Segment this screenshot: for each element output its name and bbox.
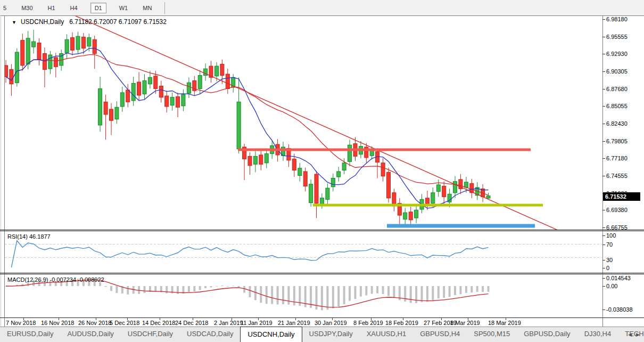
indicator-axis-label: 100 xyxy=(606,232,616,239)
tab-usdcnh-daily[interactable]: USDCNH,Daily xyxy=(240,327,302,342)
timeframe-button-mn[interactable]: MN xyxy=(141,3,154,13)
date-axis-label: 21 Jan 2019 xyxy=(278,320,310,326)
indicator-axis-tick xyxy=(602,310,605,310)
timeframe-toolbar: 5M30H1H4D1W1MN xyxy=(0,0,644,15)
date-axis-label: 24 Dec 2018 xyxy=(175,320,208,326)
price-axis-label: 6.87680 xyxy=(606,86,628,92)
indicator-axis-tick xyxy=(602,260,605,260)
date-axis: 7 Nov 201816 Nov 201826 Nov 20185 Dec 20… xyxy=(5,318,602,327)
tab-usdchf-daily[interactable]: USDCHF,Daily xyxy=(121,327,180,342)
ma-fast-line xyxy=(6,48,489,208)
price-axis-label: 6.98180 xyxy=(606,16,628,22)
splitter-main-rsi[interactable] xyxy=(0,230,644,230)
date-axis-label: 5 Dec 2018 xyxy=(110,320,139,326)
indicator-axis-label: 0.014543 xyxy=(606,275,631,281)
price-axis-tick xyxy=(602,71,605,72)
date-axis-label: 11 Jan 2019 xyxy=(241,320,273,326)
price-axis-label: 6.85055 xyxy=(606,103,628,109)
price-axis-border xyxy=(602,15,603,327)
chart-title: ▼USDCNH,Daily6.71182 6.72007 6.71097 6.7… xyxy=(12,18,167,26)
toolbar-separator xyxy=(164,2,165,14)
price-axis-tick xyxy=(602,54,605,54)
candles xyxy=(5,30,490,227)
price-axis-tick xyxy=(602,19,605,20)
symbol-title: USDCNH,Daily xyxy=(21,18,64,26)
tab-scroll-controls: ◀▶ xyxy=(626,327,642,342)
chevron-down-icon[interactable]: ▼ xyxy=(12,20,16,25)
indicator-axis-label: 30 xyxy=(606,257,613,263)
price-axis-label: 6.79805 xyxy=(606,138,628,144)
indicator-axis-tick xyxy=(602,245,605,245)
price-axis-tick xyxy=(602,106,605,107)
indicator-axis-label: 0 xyxy=(606,265,609,271)
tab-usdcad-daily[interactable]: USDCAD,Daily xyxy=(180,327,240,342)
tab-scroll-left-icon[interactable]: ◀ xyxy=(628,332,632,337)
main-chart-panel[interactable] xyxy=(5,16,602,230)
tab-dj30-h4[interactable]: DJ30,H4 xyxy=(577,327,618,342)
timeframe-button-h1[interactable]: H1 xyxy=(46,3,57,13)
symbol-tab-bar: EURUSD,DailyAUDUSD,DailyUSDCHF,DailyUSDC… xyxy=(0,327,644,342)
tab-audusd-daily[interactable]: AUDUSD,Daily xyxy=(60,327,120,342)
price-axis-tick xyxy=(602,227,605,228)
date-axis-label: 18 Mar 2019 xyxy=(488,320,521,326)
date-axis-label: 26 Nov 2018 xyxy=(78,320,111,326)
price-axis-label: 6.69380 xyxy=(606,207,628,213)
macd-values: -0.007234 -0.008922 xyxy=(49,276,104,283)
price-axis-label: 6.95555 xyxy=(606,34,628,40)
price-axis-label: 6.74555 xyxy=(606,173,628,179)
rsi-name: RSI(14) xyxy=(7,233,28,240)
macd-histogram xyxy=(5,279,490,311)
timeframe-button-w1[interactable]: W1 xyxy=(117,3,130,13)
current-price-badge: 6.71532 xyxy=(603,192,640,201)
date-axis-label: 8 Feb 2019 xyxy=(353,320,383,326)
indicator-axis-label: 70 xyxy=(606,241,613,248)
price-axis-label: 6.92930 xyxy=(606,51,628,57)
price-axis-tick xyxy=(602,124,605,124)
window-left-edge xyxy=(1,15,1,327)
date-axis-label: 14 Dec 2018 xyxy=(142,320,175,326)
date-axis-label: 8 Mar 2019 xyxy=(450,320,480,326)
date-axis-label: 18 Feb 2019 xyxy=(385,320,418,326)
indicator-axis-tick xyxy=(602,286,605,287)
tab-sp500-m15[interactable]: SP500,M15 xyxy=(467,327,517,342)
price-axis-label: 6.77180 xyxy=(606,155,628,161)
tab-scroll-right-icon[interactable]: ▶ xyxy=(636,332,640,337)
price-axis-tick xyxy=(602,37,605,37)
main-chart-canvas[interactable] xyxy=(5,16,602,230)
price-axis-tick xyxy=(602,141,605,142)
ohlc-values: 6.71182 6.72007 6.71097 6.71532 xyxy=(69,18,167,26)
ma-slow-line xyxy=(6,54,489,195)
splitter-rsi-macd[interactable] xyxy=(0,273,644,273)
tab-eurusd-daily[interactable]: EURUSD,Daily xyxy=(0,327,60,342)
macd-label: MACD(12,26,9) -0.007234 -0.008922 xyxy=(7,276,104,283)
rsi-label: RSI(14) 46.1877 xyxy=(7,233,51,240)
tab-xauusd-h1[interactable]: XAUUSD,H1 xyxy=(360,327,413,342)
date-axis-label: 30 Jan 2019 xyxy=(315,320,347,326)
timeframe-button-h4[interactable]: H4 xyxy=(68,3,80,13)
price-axis-label: 6.90305 xyxy=(606,68,628,75)
indicator-axis-tick xyxy=(602,235,605,236)
timeframe-button-m30[interactable]: M30 xyxy=(19,3,35,13)
tab-gbpusd-h4[interactable]: GBPUSD,H4 xyxy=(413,327,467,342)
timeframe-button-d1[interactable]: D1 xyxy=(90,3,106,13)
timeframe-button-5[interactable]: 5 xyxy=(1,3,9,13)
mt4-window: 5M30H1H4D1W1MN ▼USDCNH,Daily6.71182 6.72… xyxy=(0,0,644,342)
macd-name: MACD(12,26,9) xyxy=(7,276,48,283)
rsi-line xyxy=(11,241,488,267)
price-axis-tick xyxy=(602,210,605,210)
tab-gbpusd-daily[interactable]: GBPUSD,Daily xyxy=(517,327,577,342)
indicator-axis-tick xyxy=(602,268,605,268)
rsi-value: 46.1877 xyxy=(29,233,51,240)
date-axis-label: 2 Jan 2019 xyxy=(214,320,243,326)
indicator-axis-label: 0.00 xyxy=(606,283,617,289)
tab-usdjpy-daily[interactable]: USDJPY,Daily xyxy=(302,327,360,342)
rsi-canvas[interactable] xyxy=(5,231,602,273)
price-axis-tick xyxy=(602,158,605,159)
rsi-panel[interactable] xyxy=(5,231,602,273)
date-axis-label: 16 Nov 2018 xyxy=(41,320,74,326)
price-axis-tick xyxy=(602,89,605,89)
price-axis-label: 6.66755 xyxy=(606,224,628,231)
date-axis-label: 7 Nov 2018 xyxy=(6,320,36,326)
price-axis-tick xyxy=(602,176,605,176)
indicator-axis-label: -0.038038 xyxy=(606,306,633,313)
